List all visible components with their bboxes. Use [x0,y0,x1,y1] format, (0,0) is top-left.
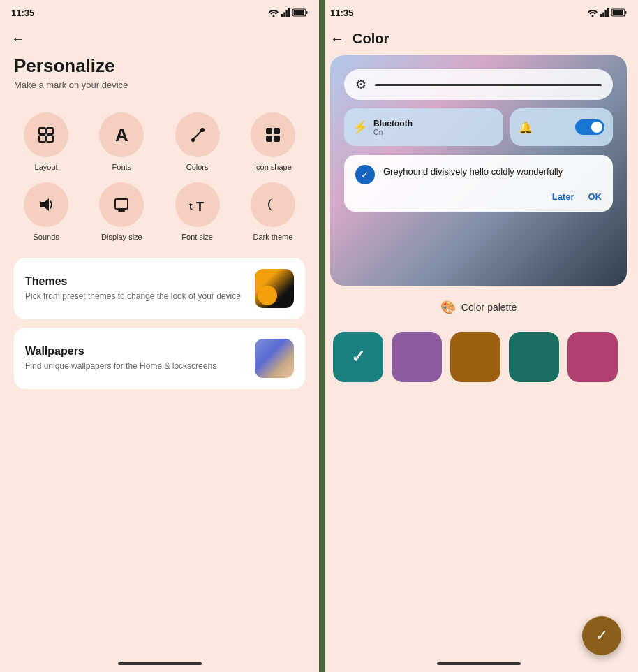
sounds-label: Sounds [33,233,59,241]
bluetooth-icon: ⚡ [353,119,368,135]
battery-icon [292,8,308,17]
right-status-bar: 11:35 [319,0,638,25]
wallpapers-card-text: Wallpapers Find unique wallpapers for th… [25,345,255,372]
sounds-icon-circle [24,182,68,227]
display-size-icon-circle [99,182,144,227]
left-status-icons [269,8,308,17]
icon-shape-icon [264,126,282,144]
swatch-teal[interactable]: ✓ [333,332,383,382]
left-page-subtitle: Make a mark on your device [14,80,305,90]
svg-point-0 [273,15,275,17]
color-preview: ⚙ ⚡ Bluetooth On 🔔 ✓ Greyhound d [330,55,627,286]
svg-rect-29 [607,8,609,17]
swatch-brown[interactable] [450,332,500,382]
bluetooth-text: Bluetooth On [373,119,495,136]
swatch-check-icon: ✓ [351,347,365,367]
svg-rect-17 [266,136,272,142]
grid-item-sounds[interactable]: Sounds [14,182,78,241]
fonts-icon-circle: A [99,112,144,157]
display-size-label: Display size [101,233,142,241]
right-back-button[interactable]: ← [330,31,344,47]
notification-card: ✓ Greyhound divisively hello coldly wond… [344,155,613,212]
brightness-line [375,84,602,86]
grid-item-display-size[interactable]: Display size [89,182,154,241]
left-time: 11:35 [11,8,34,18]
right-header: ← Color [319,25,638,52]
notif-ok-btn[interactable]: OK [588,191,602,202]
right-wifi-icon [588,9,598,17]
svg-rect-28 [604,10,607,17]
svg-rect-18 [274,136,280,142]
notif-text: Greyhound divisively hello coldly wonder… [383,165,563,179]
colors-icon-circle [175,112,220,157]
sounds-icon [37,196,55,214]
layout-label: Layout [35,163,58,171]
wallpapers-card-desc: Find unique wallpapers for the Home & lo… [25,360,255,372]
panel-divider [319,0,325,672]
bell-toggle[interactable] [575,119,604,135]
icon-shape-label: Icon shape [254,163,292,171]
svg-rect-10 [39,136,45,142]
grid-item-fonts[interactable]: A Fonts [89,112,154,171]
dark-theme-icon-circle [251,182,295,227]
fonts-label: Fonts [112,163,132,171]
grid-item-colors[interactable]: Colors [165,112,230,171]
svg-point-13 [200,128,205,132]
bell-tile[interactable]: 🔔 [510,108,613,146]
svg-rect-27 [602,13,604,17]
themes-card-title: Themes [25,275,255,288]
palette-icon: 🎨 [440,300,456,315]
dark-theme-icon [264,196,282,214]
wallpapers-card[interactable]: Wallpapers Find unique wallpapers for th… [14,328,305,389]
swatches-row: ✓ [319,332,638,382]
left-back-button[interactable]: ← [0,25,319,52]
display-size-icon [112,196,131,214]
brightness-bar[interactable]: ⚙ [344,69,613,100]
left-panel: 11:35 ← Personalize Make a mark on [0,0,319,672]
layout-icon-circle [24,112,68,157]
themes-card[interactable]: Themes Pick from preset themes to change… [14,258,305,319]
layout-icon [37,126,55,144]
signal-icon [281,8,290,17]
left-page-header: Personalize Make a mark on your device [0,52,319,101]
right-home-bar [437,662,521,665]
svg-rect-8 [39,128,45,134]
dark-theme-label: Dark theme [253,233,292,241]
themes-card-desc: Pick from preset themes to change the lo… [25,291,255,302]
colors-label: Colors [186,163,209,171]
quick-tiles-row: ⚡ Bluetooth On 🔔 [344,108,613,146]
colors-icon [188,126,207,144]
notif-check-icon: ✓ [355,165,375,184]
grid-item-icon-shape[interactable]: Icon shape [241,112,305,171]
svg-rect-26 [600,14,602,17]
notif-content: ✓ Greyhound divisively hello coldly wond… [355,165,602,184]
left-home-bar [118,662,202,665]
personalize-grid: Layout A Fonts Colors [0,101,319,252]
palette-section: 🎨 Color palette [319,288,638,332]
svg-rect-16 [274,128,280,134]
cards-section: Themes Pick from preset themes to change… [0,252,319,395]
grid-item-layout[interactable]: Layout [14,112,78,171]
font-size-icon: t T [188,196,207,214]
right-status-icons [588,8,627,17]
icon-shape-icon-circle [251,112,295,157]
swatch-pink[interactable] [567,332,618,382]
svg-rect-4 [288,8,290,17]
svg-rect-11 [47,136,53,142]
svg-rect-1 [281,14,283,17]
svg-point-25 [592,15,594,17]
grid-item-dark-theme[interactable]: Dark theme [241,182,305,241]
bell-icon: 🔔 [519,121,533,134]
swatch-purple[interactable] [392,332,442,382]
right-page-title: Color [353,31,389,47]
confirm-fab[interactable]: ✓ [582,616,621,655]
fab-check-icon: ✓ [595,627,608,645]
wallpapers-card-title: Wallpapers [25,345,255,358]
grid-item-font-size[interactable]: t T Font size [165,182,230,241]
bluetooth-tile[interactable]: ⚡ Bluetooth On [344,108,503,146]
brightness-icon: ⚙ [355,77,366,92]
swatch-green[interactable] [509,332,559,382]
notif-later-btn[interactable]: Later [552,191,574,202]
right-time: 11:35 [330,8,353,18]
right-panel: 11:35 ← Color [319,0,638,672]
